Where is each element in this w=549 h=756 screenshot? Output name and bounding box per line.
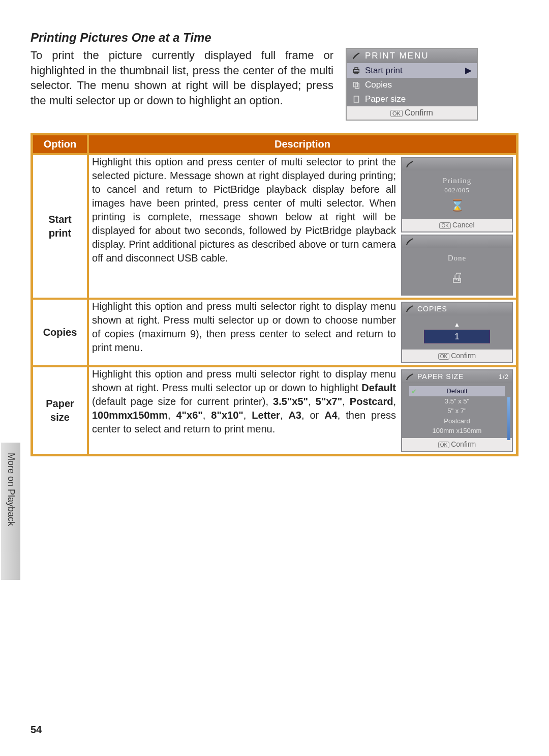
paper-size-screen: PAPER SIZE1/2 ✔Default 3.5" x 5" 5" x 7"… bbox=[401, 369, 513, 452]
print-menu-screenshot: PRINT MENU Start print ▶ Copies Paper si… bbox=[346, 48, 478, 121]
pictbridge-icon bbox=[405, 304, 414, 313]
paper-option[interactable]: 5" x 7" bbox=[402, 406, 512, 416]
menu-item-copies[interactable]: Copies bbox=[347, 78, 477, 92]
printer-done-icon: 🖨 bbox=[405, 269, 509, 286]
printing-done-screen: Done 🖨 bbox=[401, 235, 513, 295]
paper-option[interactable]: Postcard bbox=[402, 416, 512, 426]
print-menu-confirm: OKConfirm bbox=[347, 106, 477, 120]
desc-start-print: Highlight this option and press center o… bbox=[92, 155, 401, 265]
pictbridge-icon bbox=[405, 372, 414, 382]
pictbridge-icon bbox=[352, 51, 361, 61]
copies-value: 1 bbox=[424, 330, 490, 344]
print-menu-title: PRINT MENU bbox=[347, 49, 477, 63]
pictbridge-icon bbox=[405, 160, 414, 169]
section-side-tab: More on Playback bbox=[1, 443, 20, 580]
copies-screen: COPIES ▲ 1 OKConfirm bbox=[401, 302, 513, 364]
chevron-right-icon: ▶ bbox=[465, 65, 472, 76]
page-number: 54 bbox=[30, 724, 42, 736]
printer-icon bbox=[352, 66, 361, 75]
pictbridge-icon bbox=[405, 237, 414, 246]
menu-item-paper-size[interactable]: Paper size bbox=[347, 92, 477, 106]
paper-size-icon bbox=[352, 95, 361, 104]
up-arrow-icon: ▲ bbox=[402, 321, 512, 329]
desc-copies: Highlight this option and press multi se… bbox=[92, 300, 401, 355]
menu-item-start-print[interactable]: Start print ▶ bbox=[347, 63, 477, 78]
options-table: Option Description Start print Highlight… bbox=[30, 133, 518, 456]
paper-option[interactable]: 100mm x150mm bbox=[402, 426, 512, 436]
option-start-print: Start print bbox=[32, 154, 88, 299]
paper-option-default[interactable]: ✔Default bbox=[409, 386, 505, 396]
th-description: Description bbox=[88, 134, 517, 154]
option-paper-size: Paper size bbox=[32, 366, 88, 455]
svg-rect-1 bbox=[355, 68, 358, 70]
svg-rect-5 bbox=[354, 96, 359, 102]
copies-icon bbox=[352, 80, 361, 90]
option-copies: Copies bbox=[32, 299, 88, 367]
section-heading: Printing Pictures One at a Time bbox=[30, 31, 518, 45]
th-option: Option bbox=[32, 134, 88, 154]
desc-paper-size: Highlight this option and press multi se… bbox=[92, 367, 401, 436]
printing-progress-screen: Printing 002/005 ⌛ OKCancel bbox=[401, 157, 513, 232]
intro-paragraph: To print the picture currently displayed… bbox=[30, 48, 346, 108]
hourglass-icon: ⌛ bbox=[405, 198, 509, 213]
scrollbar[interactable] bbox=[507, 397, 510, 440]
check-icon: ✔ bbox=[411, 387, 417, 396]
paper-option[interactable]: 3.5" x 5" bbox=[402, 396, 512, 406]
